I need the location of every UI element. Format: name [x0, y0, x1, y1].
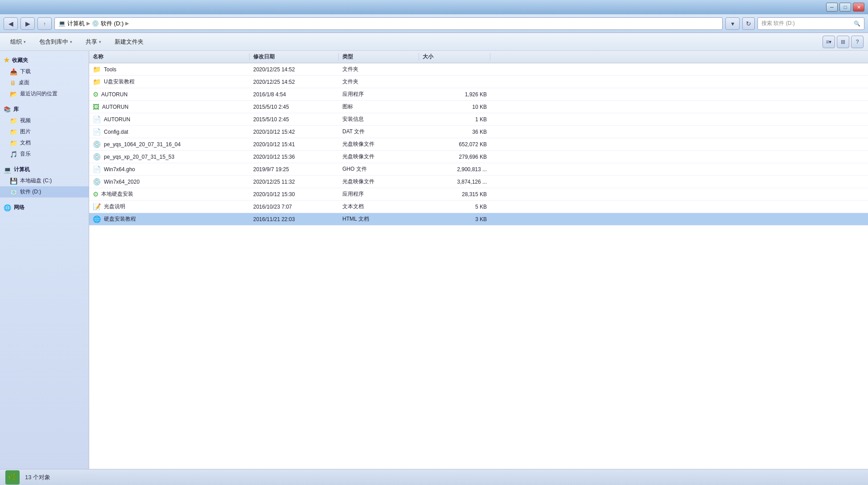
sidebar-item-documents[interactable]: 📁 文档 — [0, 137, 89, 148]
sidebar-network-header[interactable]: 🌐 网络 — [0, 202, 89, 213]
file-icon: 💿 — [93, 140, 101, 148]
file-size: 36 KB — [419, 129, 490, 135]
maximize-button[interactable]: □ — [839, 3, 851, 12]
sidebar-desktop-label: 桌面 — [19, 79, 29, 86]
sidebar-item-recent[interactable]: 📂 最近访问的位置 — [0, 88, 89, 99]
organize-label: 组织 — [10, 38, 22, 46]
organize-button[interactable]: 组织 ▾ — [4, 35, 32, 49]
sidebar-item-video[interactable]: 📁 视频 — [0, 115, 89, 126]
view-details-button[interactable]: ⊞ — [837, 36, 849, 48]
table-row[interactable]: 📁 U盘安装教程 2020/12/25 14:52 文件夹 — [89, 76, 868, 88]
sidebar-computer-header[interactable]: 💻 计算机 — [0, 164, 89, 175]
file-modified: 2016/11/21 22:03 — [250, 216, 339, 222]
sidebar-item-d-drive[interactable]: 💿 软件 (D:) — [0, 186, 89, 197]
sidebar-library-header[interactable]: 📚 库 — [0, 104, 89, 115]
sidebar-item-desktop[interactable]: 🖥 桌面 — [0, 77, 89, 88]
file-type: 安装信息 — [339, 115, 419, 123]
sidebar-item-pictures[interactable]: 📁 图片 — [0, 126, 89, 137]
sidebar-favorites-header[interactable]: ★ 收藏夹 — [0, 54, 89, 66]
col-name[interactable]: 名称 — [89, 53, 250, 61]
sidebar-computer-label: 计算机 — [14, 166, 30, 173]
breadcrumb-bar[interactable]: 💻 计算机 ▶ 💿 软件 (D:) ▶ — [54, 17, 723, 30]
sidebar-item-downloads[interactable]: 📥 下载 — [0, 66, 89, 77]
col-size[interactable]: 大小 — [419, 53, 490, 61]
file-name: Win7x64.gho — [104, 166, 135, 173]
file-modified: 2015/5/10 2:45 — [250, 104, 339, 110]
table-row[interactable]: 📄 AUTORUN 2015/5/10 2:45 安装信息 1 KB — [89, 113, 868, 126]
file-modified: 2020/10/12 15:30 — [250, 191, 339, 197]
table-row[interactable]: ⚙ AUTORUN 2016/1/8 4:54 应用程序 1,926 KB — [89, 88, 868, 101]
search-placeholder: 搜索 软件 (D:) — [761, 20, 854, 27]
include-library-button[interactable]: 包含到库中 ▾ — [33, 35, 78, 49]
search-box[interactable]: 搜索 软件 (D:) 🔍 — [757, 17, 864, 30]
file-icon: ⚙ — [93, 90, 99, 99]
library-icon: 📚 — [4, 106, 11, 113]
back-button[interactable]: ◀ — [4, 17, 18, 30]
col-type[interactable]: 类型 — [339, 53, 419, 61]
table-row[interactable]: 📝 光盘说明 2016/10/23 7:07 文本文档 5 KB — [89, 201, 868, 213]
file-icon: ⚙ — [93, 190, 99, 198]
col-modified[interactable]: 修改日期 — [250, 53, 339, 61]
file-modified: 2020/12/25 14:52 — [250, 66, 339, 73]
file-modified: 2016/10/23 7:07 — [250, 204, 339, 210]
new-folder-button[interactable]: 新建文件夹 — [109, 35, 149, 49]
include-arrow: ▾ — [70, 40, 72, 44]
minimize-button[interactable]: ─ — [826, 3, 838, 12]
new-folder-label: 新建文件夹 — [115, 38, 144, 46]
sidebar-network-label: 网络 — [14, 204, 25, 211]
refresh-button[interactable]: ↻ — [742, 17, 755, 30]
file-modified: 2020/10/12 15:42 — [250, 129, 339, 135]
table-row[interactable]: 📄 Win7x64.gho 2019/9/7 19:25 GHO 文件 2,90… — [89, 163, 868, 176]
status-bar: 🌿 13 个对象 — [0, 469, 868, 485]
table-row[interactable]: 🌐 硬盘安装教程 2016/11/21 22:03 HTML 文档 3 KB — [89, 213, 868, 226]
c-drive-icon: 💾 — [10, 177, 17, 185]
breadcrumb-computer[interactable]: 计算机 — [67, 20, 85, 28]
up-button[interactable]: ↑ — [37, 17, 52, 30]
file-type: 光盘映像文件 — [339, 178, 419, 185]
breadcrumb-sep-1: ▶ — [86, 21, 90, 26]
sidebar-section-favorites: ★ 收藏夹 📥 下载 🖥 桌面 📂 最近访问的位置 — [0, 54, 89, 99]
include-label: 包含到库中 — [39, 38, 68, 46]
sidebar-documents-label: 文档 — [20, 139, 31, 147]
file-size: 2,900,813 ... — [419, 166, 490, 173]
share-button[interactable]: 共享 ▾ — [80, 35, 107, 49]
file-name-cell: 📁 U盘安装教程 — [89, 78, 250, 86]
sidebar-pictures-label: 图片 — [20, 128, 31, 136]
sidebar-item-music[interactable]: 🎵 音乐 — [0, 148, 89, 160]
main-layout: ★ 收藏夹 📥 下载 🖥 桌面 📂 最近访问的位置 📚 库 — [0, 51, 868, 469]
dropdown-button[interactable]: ▾ — [725, 17, 740, 30]
file-modified: 2016/1/8 4:54 — [250, 91, 339, 98]
sidebar-section-computer: 💻 计算机 💾 本地磁盘 (C:) 💿 软件 (D:) — [0, 164, 89, 197]
desktop-icon: 🖥 — [10, 79, 16, 86]
file-size: 279,696 KB — [419, 154, 490, 160]
close-button[interactable]: ✕ — [853, 3, 864, 12]
file-size: 5 KB — [419, 204, 490, 210]
file-name-cell: 📁 Tools — [89, 66, 250, 74]
table-row[interactable]: 📄 Config.dat 2020/10/12 15:42 DAT 文件 36 … — [89, 126, 868, 138]
sidebar-section-library: 📚 库 📁 视频 📁 图片 📁 文档 🎵 音乐 — [0, 104, 89, 160]
file-icon: 📝 — [93, 203, 101, 211]
table-row[interactable]: 💿 Win7x64_2020 2020/12/25 11:32 光盘映像文件 3… — [89, 176, 868, 188]
file-name-cell: 📄 AUTORUN — [89, 115, 250, 123]
table-row[interactable]: ⚙ 本地硬盘安装 2020/10/12 15:30 应用程序 28,315 KB — [89, 188, 868, 201]
table-row[interactable]: 🖼 AUTORUN 2015/5/10 2:45 图标 10 KB — [89, 101, 868, 113]
table-row[interactable]: 💿 pe_yqs_xp_20_07_31_15_53 2020/10/12 15… — [89, 151, 868, 163]
status-icon: 🌿 — [5, 470, 20, 485]
file-modified: 2019/9/7 19:25 — [250, 166, 339, 173]
file-icon: 💿 — [93, 178, 101, 186]
table-row[interactable]: 💿 pe_yqs_1064_20_07_31_16_04 2020/10/12 … — [89, 138, 868, 151]
file-name: Config.dat — [104, 129, 128, 135]
search-icon[interactable]: 🔍 — [854, 21, 860, 27]
share-arrow: ▾ — [99, 40, 101, 44]
file-size: 1,926 KB — [419, 91, 490, 98]
file-type: 文件夹 — [339, 78, 419, 86]
sidebar-item-c-drive[interactable]: 💾 本地磁盘 (C:) — [0, 175, 89, 186]
help-button[interactable]: ? — [851, 36, 864, 48]
breadcrumb-drive[interactable]: 软件 (D:) — [101, 20, 123, 28]
table-row[interactable]: 📁 Tools 2020/12/25 14:52 文件夹 — [89, 63, 868, 76]
forward-button[interactable]: ▶ — [21, 17, 35, 30]
pictures-icon: 📁 — [10, 128, 17, 136]
file-list-container[interactable]: 名称 修改日期 类型 大小 📁 Tools 2020/12/25 14:52 文… — [89, 51, 868, 469]
file-modified: 2020/10/12 15:41 — [250, 141, 339, 148]
view-list-button[interactable]: ≡▾ — [823, 36, 835, 48]
